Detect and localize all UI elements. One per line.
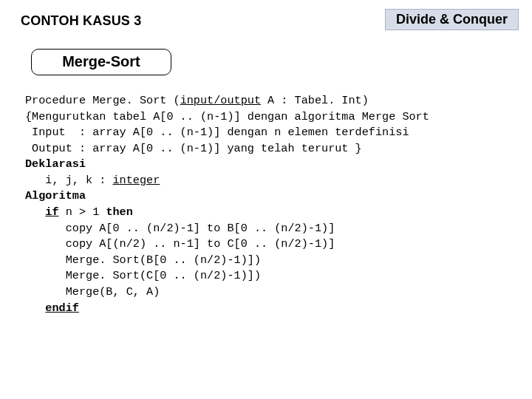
topic-badge: Divide & Conquer [385,9,519,30]
code-line-10: copy A[(n/2) .. n-1] to C[0 .. (n/2)-1)] [25,237,335,250]
slide: CONTOH KASUS 3 Divide & Conquer Merge-So… [0,0,532,399]
code-line-1c: A : Tabel. Int) [261,94,369,107]
code-line-3: Input : array A[0 .. (n-1)] dengan n ele… [25,126,409,139]
code-line-11: Merge. Sort(B[0 .. (n/2)-1)]) [25,253,261,267]
code-line-7: Algoritma [25,189,86,202]
code-line-8c: n > 1 [59,205,106,219]
code-line-9: copy A[0 .. (n/2)-1] to B[0 .. (n/2)-1)] [25,222,335,235]
code-line-8d: then [106,205,132,219]
code-line-1b: input/output [180,94,261,107]
code-line-6a: i, j, k : [25,174,112,187]
code-line-14b: endif [45,301,79,315]
code-line-1a: Procedure Merge. Sort ( [25,94,180,107]
code-line-13: Merge(B, C, A) [25,285,160,299]
code-line-2: {Mengurutkan tabel A[0 .. (n-1)] dengan … [25,110,429,123]
code-line-5: Deklarasi [25,157,86,171]
pseudocode-block: Procedure Merge. Sort (input/output A : … [25,93,511,316]
code-line-14a [25,301,45,315]
code-line-4: Output : array A[0 .. (n-1)] yang telah … [25,142,362,155]
code-line-6b: integer [112,174,160,187]
code-line-8a [25,205,45,219]
code-line-8b: if [45,205,58,219]
code-line-12: Merge. Sort(C[0 .. (n/2)-1)]) [25,269,261,282]
subtitle-badge: Merge-Sort [31,49,171,75]
page-title-left: CONTOH KASUS 3 [21,13,142,29]
